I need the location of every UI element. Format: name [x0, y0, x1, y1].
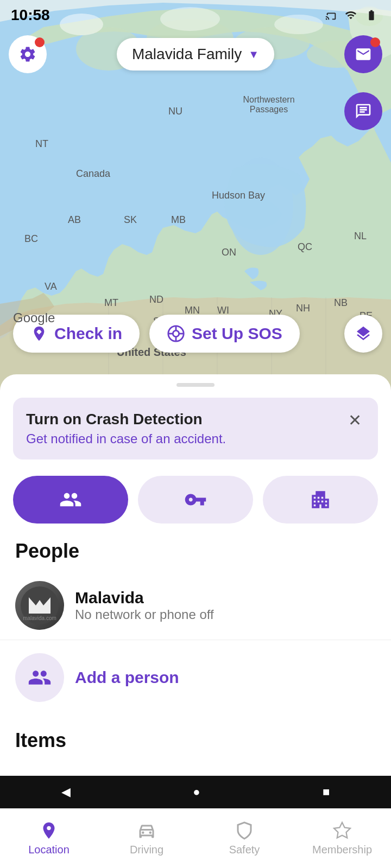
map-right-buttons — [344, 92, 382, 130]
settings-button[interactable] — [9, 35, 47, 73]
sos-label: Set Up SOS — [192, 324, 282, 343]
dropdown-arrow-icon: ▼ — [248, 48, 259, 61]
person-name: Malavida — [75, 589, 214, 607]
svg-point-24 — [142, 832, 144, 834]
map-label-mb: MB — [171, 214, 186, 226]
checkin-location-icon — [30, 325, 48, 342]
crash-banner-subtitle: Get notified in case of an accident. — [26, 431, 226, 446]
chat-icon — [355, 103, 372, 120]
crash-banner-close-button[interactable]: ✕ — [345, 411, 365, 430]
map-label-canada: Canada — [76, 168, 110, 180]
tab-key[interactable] — [138, 476, 253, 524]
status-bar: 10:58 — [0, 0, 391, 30]
people-icon — [59, 488, 82, 511]
avatar-inner: malavida.com — [15, 581, 64, 630]
sos-icon — [167, 324, 185, 343]
cast-icon — [324, 9, 339, 21]
drag-handle — [0, 374, 391, 392]
nav-driving-label: Driving — [130, 844, 163, 856]
map-top-bar: Malavida Family ▼ — [0, 30, 391, 79]
safety-nav-icon — [235, 821, 254, 840]
map-label-sk: SK — [124, 214, 137, 226]
add-person-item[interactable]: Add a person — [0, 640, 391, 718]
android-nav-bar: ◀ ● ■ — [0, 776, 391, 808]
people-section-title: People — [0, 534, 391, 571]
map-label-mt: MT — [104, 297, 118, 309]
location-nav-icon — [39, 821, 59, 840]
nav-membership-label: Membership — [312, 844, 372, 856]
map-label-on: ON — [222, 247, 236, 258]
android-home-button[interactable]: ● — [193, 785, 200, 799]
map-label-nt: NT — [35, 138, 48, 150]
key-icon — [184, 488, 207, 511]
status-icons — [324, 9, 380, 21]
mail-button[interactable] — [344, 35, 382, 73]
wifi-icon — [343, 9, 358, 21]
avatar: malavida.com — [15, 581, 64, 630]
crash-banner-title: Turn on Crash Detection — [26, 411, 226, 428]
map-label-nd: ND — [149, 294, 163, 305]
android-back-button[interactable]: ◀ — [61, 785, 71, 799]
svg-point-17 — [173, 330, 179, 336]
layers-icon — [355, 325, 372, 342]
person-info: Malavida No network or phone off — [75, 589, 214, 622]
handle-bar — [176, 383, 215, 387]
items-section: Items — [0, 718, 391, 761]
nav-driving[interactable]: Driving — [98, 821, 195, 856]
map-label-qc: QC — [298, 241, 312, 253]
map-label-nb: NB — [334, 297, 348, 309]
map-label-ab: AB — [68, 214, 81, 226]
map-layers-button[interactable] — [344, 315, 382, 353]
battery-icon — [363, 9, 380, 21]
add-person-icon — [28, 666, 52, 690]
map-area: Canada Hudson Bay NorthwesternPassages N… — [0, 0, 391, 391]
gear-icon — [18, 45, 37, 63]
add-person-icon-wrap — [15, 653, 64, 702]
sos-button[interactable]: Set Up SOS — [149, 315, 300, 353]
settings-notification-dot — [35, 37, 45, 47]
map-label-nw: NorthwesternPassages — [234, 95, 304, 114]
family-selector[interactable]: Malavida Family ▼ — [117, 38, 274, 71]
mail-notification-dot — [370, 37, 380, 47]
building-icon — [309, 488, 332, 511]
family-name: Malavida Family — [132, 46, 242, 63]
driving-nav-icon — [137, 821, 156, 840]
map-label-nu: NU — [168, 106, 182, 117]
add-person-label: Add a person — [75, 668, 179, 687]
map-label-nl: NL — [354, 231, 367, 242]
svg-text:malavida.com: malavida.com — [23, 615, 56, 621]
nav-location[interactable]: Location — [0, 821, 98, 856]
nav-location-label: Location — [28, 844, 70, 856]
map-label-bc: BC — [24, 233, 38, 245]
bottom-nav: Location Driving Safety Membership — [0, 808, 391, 868]
map-label-hudson: Hudson Bay — [212, 190, 265, 201]
check-in-label: Check in — [54, 324, 122, 343]
nav-safety-label: Safety — [229, 844, 260, 856]
svg-point-25 — [149, 832, 152, 834]
membership-nav-icon — [332, 821, 352, 840]
crash-banner-text: Turn on Crash Detection Get notified in … — [26, 411, 226, 446]
tab-people[interactable] — [13, 476, 128, 524]
nav-safety[interactable]: Safety — [195, 821, 293, 856]
svg-point-15 — [37, 330, 40, 333]
status-time: 10:58 — [11, 7, 50, 24]
person-item[interactable]: malavida.com Malavida No network or phon… — [0, 571, 391, 640]
crash-detection-banner: Turn on Crash Detection Get notified in … — [13, 398, 378, 459]
chat-button[interactable] — [344, 92, 382, 130]
items-section-title: Items — [0, 724, 391, 761]
person-status: No network or phone off — [75, 607, 214, 622]
avatar-logo-svg: malavida.com — [21, 586, 59, 624]
map-label-nh: NH — [296, 303, 310, 314]
tab-buttons — [0, 470, 391, 534]
nav-membership[interactable]: Membership — [293, 821, 391, 856]
map-label-va: VA — [45, 281, 57, 292]
svg-marker-26 — [334, 822, 350, 838]
mail-icon — [355, 46, 372, 63]
tab-building[interactable] — [263, 476, 378, 524]
android-recent-button[interactable]: ■ — [323, 785, 330, 799]
google-logo: Google — [13, 310, 55, 326]
